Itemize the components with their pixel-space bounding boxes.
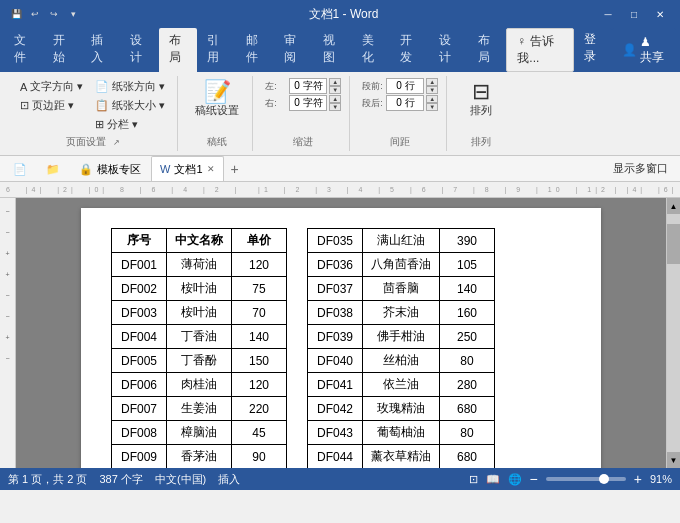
- ruler-horizontal: 6 |4| |2| |0| 8 | 6 | 4 | 2 | |1 | 2 | 3…: [0, 182, 680, 198]
- document-scroll[interactable]: 序号 中文名称 单价 DF001薄荷油120DF002桉叶油75DF003桉叶油…: [16, 198, 666, 468]
- manuscript-setup-button[interactable]: 📝 稿纸设置: [190, 78, 244, 121]
- share-icon: 👤: [622, 43, 637, 57]
- columns-icon: ⊞: [95, 118, 104, 131]
- table-row: DF044薰衣草精油680: [308, 445, 495, 469]
- scroll-up-button[interactable]: ▲: [667, 198, 680, 214]
- spacing-after-up[interactable]: ▲: [426, 95, 438, 103]
- show-windows-button[interactable]: 显示多窗口: [605, 156, 676, 181]
- arrange-icon: ⊟: [472, 81, 490, 103]
- page-setup-dialog-launcher[interactable]: ↗: [108, 135, 120, 147]
- table-row: DF007生姜油220: [112, 397, 287, 421]
- undo-icon[interactable]: ↩: [27, 6, 43, 22]
- tab-layout2[interactable]: 布局: [468, 28, 507, 72]
- margins-icon: ⊡: [20, 99, 29, 112]
- spacing-before-row: 段前: ▲ ▼: [362, 78, 438, 94]
- indent-right-row: 右: ▲ ▼: [265, 95, 341, 111]
- indent-right-down[interactable]: ▼: [329, 103, 341, 111]
- titlebar: 💾 ↩ ↪ ▾ 文档1 - Word ─ □ ✕: [0, 0, 680, 28]
- indent-right-input[interactable]: [289, 95, 327, 111]
- tab-view[interactable]: 视图: [313, 28, 352, 72]
- vertical-scrollbar[interactable]: ▲ ▼: [666, 198, 680, 468]
- text-direction-icon: A: [20, 81, 27, 93]
- text-direction-button[interactable]: A 文字方向▾: [16, 78, 87, 95]
- table-row: DF039佛手柑油250: [308, 325, 495, 349]
- table1: 序号 中文名称 单价 DF001薄荷油120DF002桉叶油75DF003桉叶油…: [111, 228, 287, 468]
- tab-design2[interactable]: 设计: [429, 28, 468, 72]
- indent-left-input[interactable]: [289, 78, 327, 94]
- paper-size-button[interactable]: 📋 纸张大小▾: [91, 97, 169, 114]
- spacing-before-input[interactable]: [386, 78, 424, 94]
- tab-home[interactable]: 开始: [43, 28, 82, 72]
- spacing-before-down[interactable]: ▼: [426, 86, 438, 94]
- spacing-before-up[interactable]: ▲: [426, 78, 438, 86]
- indent-left-row: 左: ▲ ▼: [265, 78, 341, 94]
- tab-add-button[interactable]: +: [225, 156, 245, 181]
- document-page: 序号 中文名称 单价 DF001薄荷油120DF002桉叶油75DF003桉叶油…: [81, 208, 601, 468]
- tab-references[interactable]: 引用: [197, 28, 236, 72]
- columns-button[interactable]: ⊞ 分栏▾: [91, 116, 169, 133]
- zoom-level: 91%: [650, 473, 672, 485]
- margins-button[interactable]: ⊡ 页边距▾: [16, 97, 87, 114]
- tab-mailings[interactable]: 邮件: [236, 28, 275, 72]
- tell-me-button[interactable]: ♀ 告诉我...: [506, 28, 573, 72]
- document-area: − − + + − − + − 序号 中文名称 单价: [0, 198, 680, 468]
- tab-review[interactable]: 审阅: [274, 28, 313, 72]
- spacing-before-spinner: ▲ ▼: [386, 78, 438, 94]
- indent-right-spinner: ▲ ▼: [289, 95, 341, 111]
- redo-icon[interactable]: ↪: [46, 6, 62, 22]
- zoom-in-button[interactable]: +: [634, 471, 642, 487]
- indent-left-spinner: ▲ ▼: [289, 78, 341, 94]
- view-reading-icon[interactable]: 📖: [486, 473, 500, 486]
- orientation-button[interactable]: 📄 纸张方向▾: [91, 78, 169, 95]
- zoom-out-button[interactable]: −: [530, 471, 538, 487]
- tab-new-document[interactable]: 📄: [4, 156, 36, 181]
- indent-right-up[interactable]: ▲: [329, 95, 341, 103]
- ribbon-tab-bar: 文件 开始 插入 设计 布局 引用 邮件 审阅 视图 美化 开发 设计 布局 ♀…: [0, 28, 680, 72]
- quick-access-toolbar: 💾 ↩ ↪ ▾: [8, 6, 81, 22]
- table-row: DF006肉桂油120: [112, 373, 287, 397]
- tab-file[interactable]: 文件: [4, 28, 43, 72]
- maximize-button[interactable]: □: [622, 5, 646, 23]
- scroll-down-button[interactable]: ▼: [667, 452, 680, 468]
- table-row: DF009香茅油90: [112, 445, 287, 469]
- col-header-name: 中文名称: [167, 229, 232, 253]
- table-row: DF002桉叶油75: [112, 277, 287, 301]
- tab-dev[interactable]: 开发: [390, 28, 429, 72]
- col-header-price: 单价: [232, 229, 287, 253]
- close-button[interactable]: ✕: [648, 5, 672, 23]
- spacing-after-input[interactable]: [386, 95, 424, 111]
- spacing-after-spinner: ▲ ▼: [386, 95, 438, 111]
- tab-close-button[interactable]: ✕: [207, 164, 215, 174]
- save-icon[interactable]: 💾: [8, 6, 24, 22]
- minimize-button[interactable]: ─: [596, 5, 620, 23]
- word-count: 387 个字: [99, 472, 142, 487]
- tab-beautify[interactable]: 美化: [352, 28, 391, 72]
- view-normal-icon[interactable]: ⊡: [469, 473, 478, 486]
- arrange-content: ⊟ 排列: [463, 78, 499, 133]
- table-row: DF008樟脑油45: [112, 421, 287, 445]
- window-title: 文档1 - Word: [91, 6, 596, 23]
- share-button[interactable]: 👤 ♟ 共享: [612, 28, 676, 72]
- indent-left-up[interactable]: ▲: [329, 78, 341, 86]
- zoom-slider[interactable]: [546, 477, 626, 481]
- view-web-icon[interactable]: 🌐: [508, 473, 522, 486]
- tab-document1[interactable]: W 文档1 ✕: [151, 156, 224, 181]
- qa-dropdown[interactable]: ▾: [65, 6, 81, 22]
- tab-layout[interactable]: 布局: [159, 28, 198, 72]
- arrange-button[interactable]: ⊟ 排列: [463, 78, 499, 121]
- tables-container: 序号 中文名称 单价 DF001薄荷油120DF002桉叶油75DF003桉叶油…: [111, 228, 571, 468]
- scroll-track[interactable]: [667, 214, 680, 452]
- tab-folder[interactable]: 📁: [37, 156, 69, 181]
- tab-template-zone[interactable]: 🔒 模板专区: [70, 156, 150, 181]
- spacing-after-down[interactable]: ▼: [426, 103, 438, 111]
- tab-bar: 📄 📁 🔒 模板专区 W 文档1 ✕ + 显示多窗口: [0, 156, 680, 182]
- indent-left-down[interactable]: ▼: [329, 86, 341, 94]
- ribbon-group-manuscript: 📝 稿纸设置 稿纸: [182, 76, 253, 151]
- ribbon-group-spacing: 段前: ▲ ▼ 段后:: [354, 76, 447, 151]
- tab-insert[interactable]: 插入: [81, 28, 120, 72]
- scroll-thumb[interactable]: [667, 224, 680, 264]
- statusbar: 第 1 页，共 2 页 387 个字 中文(中国) 插入 ⊡ 📖 🌐 − + 9…: [0, 468, 680, 490]
- login-button[interactable]: 登录: [574, 28, 613, 72]
- zoom-thumb: [599, 474, 609, 484]
- tab-design[interactable]: 设计: [120, 28, 159, 72]
